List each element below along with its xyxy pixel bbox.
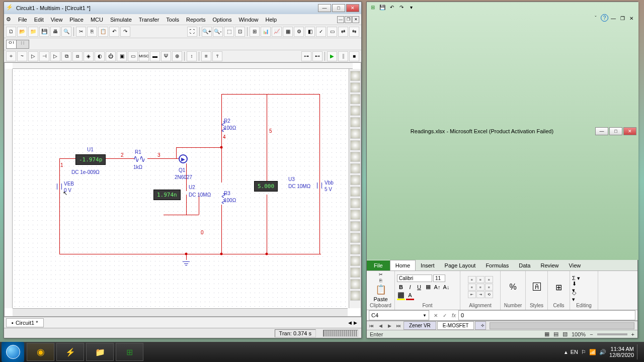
- new-button[interactable]: 🗋: [6, 27, 16, 37]
- place-misc2-button[interactable]: ▣: [117, 51, 127, 61]
- menu-transfer[interactable]: Transfer: [136, 16, 163, 24]
- tray-lang[interactable]: EN: [571, 349, 578, 355]
- logic-analyzer-icon[interactable]: [350, 163, 360, 173]
- place-analog-button[interactable]: ▷: [50, 51, 60, 61]
- place-cmos-button[interactable]: ⧈: [72, 51, 83, 61]
- sheet-scrollbar[interactable]: [490, 322, 634, 329]
- menu-mcu[interactable]: MCU: [88, 16, 106, 24]
- grapher-button[interactable]: 📊: [261, 27, 271, 37]
- qat-save-button[interactable]: 💾: [378, 3, 386, 11]
- ribbon-tab-page-layout[interactable]: Page Layout: [440, 260, 481, 270]
- logic-converter-icon[interactable]: [350, 175, 360, 185]
- place-power-button[interactable]: ⏻: [106, 51, 116, 61]
- agilent-mm-icon[interactable]: [350, 244, 360, 254]
- wb-close-button[interactable]: ✕: [627, 14, 635, 22]
- four-channel-scope-icon[interactable]: [350, 117, 360, 127]
- menu-help[interactable]: Help: [263, 16, 280, 24]
- probe-settings-button[interactable]: ⊷: [312, 51, 323, 61]
- taskbar-chrome[interactable]: ◉: [27, 343, 54, 361]
- wattmeter-icon[interactable]: [350, 94, 360, 104]
- align-mid-left[interactable]: ≡: [468, 284, 476, 291]
- undo-button[interactable]: ↶: [109, 27, 119, 37]
- ribbon-tab-formulas[interactable]: Formulas: [480, 260, 514, 270]
- taskbar-multisim[interactable]: ⚡: [56, 343, 84, 361]
- styles-icon[interactable]: 🄰: [533, 283, 541, 292]
- place-transistor-button[interactable]: ⊣: [39, 51, 49, 61]
- place-basic-button[interactable]: ~: [17, 51, 27, 61]
- align-top-left[interactable]: ≡: [468, 276, 476, 283]
- help-button[interactable]: ?: [601, 14, 608, 22]
- run-button[interactable]: ▶: [327, 51, 337, 61]
- resistor-r1[interactable]: ∿∿: [133, 152, 145, 164]
- new-sheet-button[interactable]: ✧: [475, 321, 486, 330]
- probe-button[interactable]: ⊶: [301, 51, 311, 61]
- wb-restore-button[interactable]: ❐: [618, 14, 626, 22]
- sheet-nav-next[interactable]: ▶: [385, 323, 394, 328]
- shrink-font-button[interactable]: A↓: [442, 283, 450, 291]
- redo-button[interactable]: ↷: [120, 27, 130, 37]
- place-mcu-button[interactable]: ⊕: [172, 51, 182, 61]
- ribbon-tab-home[interactable]: Home: [390, 260, 416, 270]
- ribbon-tab-view[interactable]: View: [564, 260, 586, 270]
- word-generator-icon[interactable]: [350, 152, 360, 162]
- ribbon-tab-data[interactable]: Data: [514, 260, 535, 270]
- mdi-restore[interactable]: ❐: [345, 16, 352, 23]
- qat-customize-button[interactable]: ▾: [407, 3, 415, 11]
- meter-u3[interactable]: 5.000: [254, 181, 278, 192]
- number-format-icon[interactable]: %: [509, 283, 516, 292]
- align-mid-right[interactable]: ≡: [485, 284, 493, 291]
- font-size-combo[interactable]: 11: [433, 275, 445, 282]
- zoom-level[interactable]: 100%: [572, 331, 586, 337]
- tray-network-icon[interactable]: 📶: [589, 349, 596, 355]
- view-break-button[interactable]: ▧: [562, 331, 568, 337]
- spreadsheet-button[interactable]: ⊞: [250, 27, 260, 37]
- indent-increase[interactable]: ⇥: [476, 291, 485, 298]
- wb-minimize-button[interactable]: ―: [609, 14, 617, 22]
- place-rf-button[interactable]: ▭: [128, 51, 138, 61]
- print-button[interactable]: 🖶: [50, 27, 60, 37]
- copy-icon[interactable]: ⎘: [379, 278, 382, 283]
- labview-icon[interactable]: [350, 279, 360, 289]
- sheet-tab-zener[interactable]: Zener VR: [404, 321, 436, 330]
- tab-scroll-left[interactable]: ◀: [348, 320, 352, 325]
- close-button[interactable]: ✕: [346, 4, 359, 12]
- hierarchy-up-button[interactable]: ↕: [187, 51, 197, 61]
- bold-button[interactable]: B: [397, 283, 405, 291]
- underline-button[interactable]: U: [415, 283, 423, 291]
- postprocessor-button[interactable]: 📈: [272, 27, 282, 37]
- qat-redo-button[interactable]: ↷: [397, 3, 406, 11]
- zoom-slider[interactable]: [597, 333, 627, 335]
- sheet-nav-first[interactable]: ⏮: [367, 323, 376, 328]
- cells-icon[interactable]: ⊞: [555, 283, 562, 292]
- ribbon-tab-file[interactable]: File: [367, 260, 390, 270]
- tek-scope-icon[interactable]: [350, 267, 360, 278]
- place-indicator-button[interactable]: ◐: [95, 51, 105, 61]
- tray-expand-icon[interactable]: ▴: [565, 349, 568, 355]
- name-box[interactable]: C4 ▼: [369, 310, 429, 320]
- excel-close-button[interactable]: ✕: [623, 127, 636, 135]
- menu-tools[interactable]: Tools: [163, 16, 182, 24]
- excel-maximize-button[interactable]: □: [609, 127, 622, 135]
- oscilloscope-icon[interactable]: [350, 106, 360, 116]
- place-electromech-button[interactable]: MISC: [139, 51, 149, 61]
- full-screen-button[interactable]: ⛶: [187, 27, 197, 37]
- align-top-right[interactable]: ≡: [485, 276, 493, 283]
- place-ni-button[interactable]: ▬: [150, 51, 160, 61]
- circuit-tab[interactable]: ▪ Circuit1 *: [6, 318, 44, 327]
- copy-button[interactable]: ⎘: [87, 27, 97, 37]
- source-vbb[interactable]: [317, 183, 322, 189]
- border-button[interactable]: ▦: [424, 283, 432, 291]
- sim-switch-off[interactable]: | |: [17, 40, 29, 48]
- menu-place[interactable]: Place: [66, 16, 87, 24]
- open-samples-button[interactable]: 📁: [28, 27, 38, 37]
- system-tray[interactable]: ▴ EN ⚐ 📶 🔊 11:34 AM 12/8/2020: [561, 344, 644, 359]
- agilent-scope-icon[interactable]: [350, 256, 360, 266]
- menu-view[interactable]: View: [48, 16, 66, 24]
- transistor-q1[interactable]: [179, 154, 188, 163]
- meter-u2[interactable]: 1.974n: [153, 190, 181, 200]
- show-desktop-button[interactable]: [637, 344, 641, 359]
- stop-button[interactable]: ■: [349, 51, 359, 61]
- cancel-formula-button[interactable]: ✕: [431, 313, 440, 318]
- junction-button[interactable]: ⫯: [212, 51, 222, 61]
- grow-font-button[interactable]: A↑: [433, 283, 441, 291]
